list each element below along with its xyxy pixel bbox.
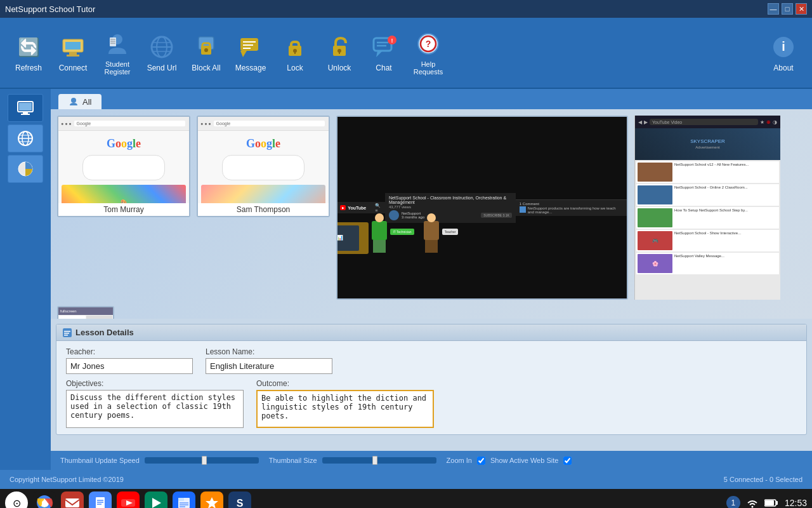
sidebar-video-4[interactable]: 🎮 NetSupport School - Show Interactive..…: [636, 230, 779, 251]
connection-status: 5 Connected - 0 Selected: [724, 476, 802, 483]
lesson-name-field: Lesson Name:: [206, 347, 332, 374]
lesson-name-label: Lesson Name:: [206, 347, 332, 356]
web-site-label: Show Active Web Site: [490, 457, 558, 464]
student-thumb-woods[interactable]: fullscreen ☆◑: [57, 306, 114, 319]
chrome-icon[interactable]: [33, 491, 56, 508]
docs-icon[interactable]: [89, 491, 112, 508]
thumbnail-speed-slider[interactable]: [145, 457, 259, 464]
teacher-input[interactable]: [66, 358, 193, 374]
tab-all[interactable]: All: [58, 94, 102, 109]
toolbar-block-all[interactable]: Block All: [184, 29, 228, 76]
web-site-checkbox[interactable]: [563, 457, 572, 465]
lesson-header-label: Lesson Details: [75, 328, 134, 337]
toolbar-help-requests[interactable]: ? HelpRequests: [406, 26, 450, 79]
block-all-label: Block All: [192, 64, 220, 72]
sidebar-web-button[interactable]: [8, 124, 43, 152]
toolbar-about[interactable]: i About: [761, 29, 806, 76]
help-requests-icon: ?: [414, 30, 442, 58]
student-thumb-sam-thompson[interactable]: ● ● ● Google Google: [197, 116, 330, 217]
objectives-textarea[interactable]: [66, 390, 244, 428]
svg-text:!: !: [391, 37, 393, 44]
outcome-textarea[interactable]: [256, 390, 434, 428]
notification-badge[interactable]: 1: [726, 496, 740, 508]
svg-point-58: [42, 500, 47, 505]
sidebar-video-2[interactable]: NetSupport School - Online 2 ClassRoom..…: [636, 184, 779, 206]
toolbar-lock[interactable]: Lock: [273, 29, 317, 76]
svg-rect-24: [291, 42, 299, 48]
student-register-icon: [103, 30, 131, 58]
svg-rect-42: [19, 103, 32, 110]
svg-rect-83: [776, 501, 778, 505]
sidebar-video-1[interactable]: NetSupport School v12 - All New Features…: [636, 161, 779, 183]
lesson-row-1: Teacher: Lesson Name:: [66, 347, 797, 374]
student-thumb-large[interactable]: ▶ YouTube 🔍 ≡: [336, 116, 628, 300]
taskbar-right: 1 12:53: [726, 496, 807, 508]
toolbar-unlock[interactable]: Unlock: [317, 29, 362, 76]
toolbar-refresh[interactable]: 🔄 Refresh: [6, 29, 51, 76]
play-icon[interactable]: [145, 491, 167, 508]
help-requests-label: HelpRequests: [414, 60, 443, 76]
send-url-icon: [148, 33, 176, 61]
toolbar-student-register[interactable]: StudentRegister: [95, 26, 140, 79]
toolbar-send-url[interactable]: Send Url: [140, 29, 184, 76]
thumbnail-size-slider[interactable]: [322, 457, 436, 464]
block-all-icon: [192, 33, 220, 61]
lesson-panel: Lesson Details Teacher: Lesson Name:: [56, 324, 807, 435]
tab-all-label: All: [82, 97, 91, 107]
lesson-body: Teacher: Lesson Name: Object: [56, 341, 806, 434]
svg-rect-54: [64, 333, 69, 334]
lesson-details-area: Lesson Details Teacher: Lesson Name:: [51, 319, 812, 446]
outcome-field: Outcome:: [256, 379, 434, 428]
zoom-checkbox[interactable]: [477, 457, 485, 465]
send-url-label: Send Url: [147, 64, 177, 72]
content-area: All ● ● ● Google: [51, 89, 812, 470]
svg-rect-44: [21, 114, 30, 115]
lesson-row-2: Objectives: Outcome:: [66, 379, 797, 428]
copyright-bar: Copyright NetSupport Limited ©2019 5 Con…: [0, 470, 812, 489]
svg-rect-3: [65, 42, 81, 50]
lock-icon: [281, 33, 309, 61]
svg-rect-53: [64, 331, 70, 332]
zoom-label: Zoom In: [447, 457, 472, 464]
wifi-icon: [747, 497, 758, 508]
toolbar-chat[interactable]: ! Chat: [362, 29, 406, 76]
gmail-icon[interactable]: [61, 491, 84, 508]
youtube-icon[interactable]: [117, 491, 140, 508]
svg-text:?: ?: [426, 39, 431, 49]
message-icon: [237, 33, 265, 61]
student-thumb-tom-murray[interactable]: ● ● ● Google Google: [57, 116, 190, 217]
thumbnails-area: ● ● ● Google Google: [51, 109, 812, 319]
taskbar: ⊙: [0, 489, 812, 508]
svg-marker-19: [240, 51, 247, 57]
maximize-button[interactable]: □: [782, 3, 793, 15]
chat-label: Chat: [376, 64, 391, 72]
title-bar: NetSupport School Tutor — □ ✕: [0, 0, 812, 18]
sidebar-video-3[interactable]: How To Setup NetSupport School Step by..…: [636, 207, 779, 229]
clock: 12:53: [785, 498, 807, 508]
right-content-panel: ◀▶ YouTube Video ★⊕◑ SKYSCRAPERAdvertise…: [634, 116, 780, 300]
s-app-icon[interactable]: S: [228, 491, 251, 508]
star-app-icon[interactable]: [200, 491, 223, 508]
lesson-name-input[interactable]: [206, 358, 332, 374]
browser-bar: ● ● ● Google: [58, 117, 189, 131]
student-name-sam-thompson: Sam Thompson: [198, 203, 329, 216]
svg-point-81: [751, 506, 753, 508]
sidebar-video-5[interactable]: 🌸 NetSupport Valley Message...: [636, 253, 779, 274]
svg-point-51: [71, 98, 76, 103]
main-area: All ● ● ● Google: [0, 89, 812, 470]
svg-rect-43: [23, 112, 28, 114]
svg-rect-73: [178, 498, 184, 501]
connect-icon: [59, 33, 87, 61]
toolbar: 🔄 Refresh Connect StudentRegister: [0, 18, 812, 89]
toolbar-connect[interactable]: Connect: [51, 29, 95, 76]
svg-rect-84: [765, 500, 774, 505]
sidebar-chart-button[interactable]: [8, 155, 43, 183]
unlock-label: Unlock: [328, 64, 351, 72]
drive-icon[interactable]: [173, 491, 195, 508]
minimize-button[interactable]: —: [768, 3, 779, 15]
toolbar-message[interactable]: Message: [228, 29, 273, 76]
start-button[interactable]: ⊙: [5, 491, 28, 508]
sidebar-thumbnails-button[interactable]: [8, 94, 43, 122]
close-button[interactable]: ✕: [796, 3, 807, 15]
tab-bar: All: [51, 89, 812, 109]
